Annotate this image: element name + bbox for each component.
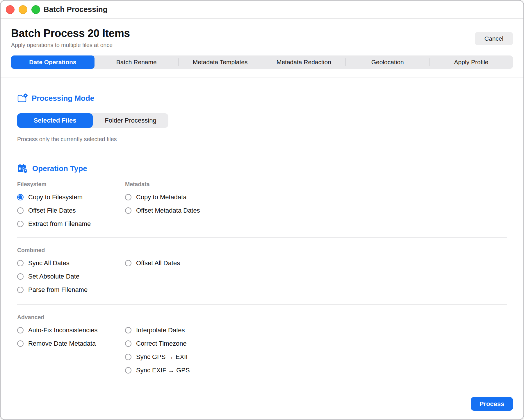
radio-icon [125,327,131,333]
radio-icon [17,273,24,280]
folder-gear-icon [17,94,28,103]
radio-icon [17,260,24,266]
operation-group-combined: Combined Sync All Dates Set Absolute Dat… [17,247,507,294]
radio-option-sync-exif-to-gps[interactable]: Sync EXIF → GPS [125,366,507,374]
column-filesystem: Filesystem Copy to Filesystem Offset Fil… [17,181,125,228]
radio-icon [17,221,24,227]
radio-option-offset-all-dates[interactable]: Offset All Dates [125,259,507,267]
processing-mode-caption: Process only the currently selected file… [17,136,507,143]
close-window-button[interactable] [6,5,15,14]
radio-option-remove-date-metadata[interactable]: Remove Date Metadata [17,340,125,348]
radio-icon [125,340,131,347]
operation-type-heading: Operation Type [17,164,507,173]
column-header-combined: Combined [17,247,125,254]
column-combined: Combined Sync All Dates Set Absolute Dat… [17,247,125,294]
titlebar: Batch Processing [1,1,523,19]
radio-icon [17,207,24,214]
radio-option-copy-to-metadata[interactable]: Copy to Metadata [125,193,507,201]
radio-option-interpolate-dates[interactable]: Interpolate Dates [125,326,507,334]
radio-option-correct-timezone[interactable]: Correct Timezone [125,340,507,348]
processing-mode-heading: Processing Mode [17,94,507,103]
column-header-empty [125,314,507,321]
dialog-content: Processing Mode Selected Files Folder Pr… [1,78,523,388]
zoom-window-button[interactable] [31,5,40,14]
column-metadata: Metadata Copy to Metadata Offset Metadat… [125,181,507,228]
section-divider [17,237,507,238]
radio-option-offset-file-dates[interactable]: Offset File Dates [17,207,125,215]
radio-option-set-absolute-date[interactable]: Set Absolute Date [17,272,125,281]
cancel-button[interactable]: Cancel [475,32,513,45]
radio-icon [17,340,24,347]
column-advanced: Advanced Auto-Fix Inconsistencies Remove… [17,314,125,374]
processing-mode-title: Processing Mode [32,94,94,103]
radio-icon [125,354,131,360]
column-combined-right: Offset All Dates [125,247,507,294]
dialog-header: Batch Process 20 Items Apply operations … [1,19,523,78]
page-subtitle: Apply operations to multiple files at on… [11,42,513,49]
traffic-lights [6,5,40,14]
processing-mode-segmented-control: Selected Files Folder Processing [17,113,168,128]
radio-option-offset-metadata-dates[interactable]: Offset Metadata Dates [125,207,507,215]
tab-geolocation[interactable]: Geolocation [346,55,429,69]
column-advanced-right: Interpolate Dates Correct Timezone Sync … [125,314,507,374]
radio-icon [125,207,131,214]
radio-icon [17,287,24,293]
tab-metadata-templates[interactable]: Metadata Templates [179,55,262,69]
dialog-footer: Process [1,388,523,419]
segment-folder-processing[interactable]: Folder Processing [93,113,168,128]
radio-icon [125,194,131,200]
radio-icon [17,194,24,200]
window-title: Batch Processing [44,5,108,14]
section-divider [17,304,507,305]
operation-type-title: Operation Type [32,164,87,173]
minimize-window-button[interactable] [19,5,27,14]
tab-bar: Date Operations Batch Rename Metadata Te… [11,55,513,69]
radio-option-copy-to-filesystem[interactable]: Copy to Filesystem [17,193,125,201]
radio-option-auto-fix-inconsistencies[interactable]: Auto-Fix Inconsistencies [17,326,125,334]
column-header-filesystem: Filesystem [17,181,125,188]
tab-metadata-redaction[interactable]: Metadata Redaction [262,55,345,69]
tab-apply-profile[interactable]: Apply Profile [429,55,513,69]
tab-batch-rename[interactable]: Batch Rename [95,55,178,69]
radio-option-sync-gps-to-exif[interactable]: Sync GPS → EXIF [125,353,507,361]
column-header-advanced: Advanced [17,314,125,321]
page-title: Batch Process 20 Items [11,27,513,40]
radio-option-extract-from-filename[interactable]: Extract from Filename [17,220,125,228]
calendar-clock-icon [17,164,28,173]
operation-group-advanced: Advanced Auto-Fix Inconsistencies Remove… [17,314,507,374]
radio-option-parse-from-filename[interactable]: Parse from Filename [17,286,125,294]
segment-selected-files[interactable]: Selected Files [17,113,93,128]
radio-icon [125,260,131,266]
batch-processing-window: Batch Processing Batch Process 20 Items … [0,0,524,420]
column-header-metadata: Metadata [125,181,507,188]
radio-option-sync-all-dates[interactable]: Sync All Dates [17,259,125,267]
tab-date-operations[interactable]: Date Operations [11,55,95,69]
radio-icon [17,327,24,333]
process-button[interactable]: Process [471,397,513,411]
column-header-empty [125,247,507,254]
radio-icon [125,367,131,374]
operation-group-filesystem-metadata: Filesystem Copy to Filesystem Offset Fil… [17,181,507,228]
